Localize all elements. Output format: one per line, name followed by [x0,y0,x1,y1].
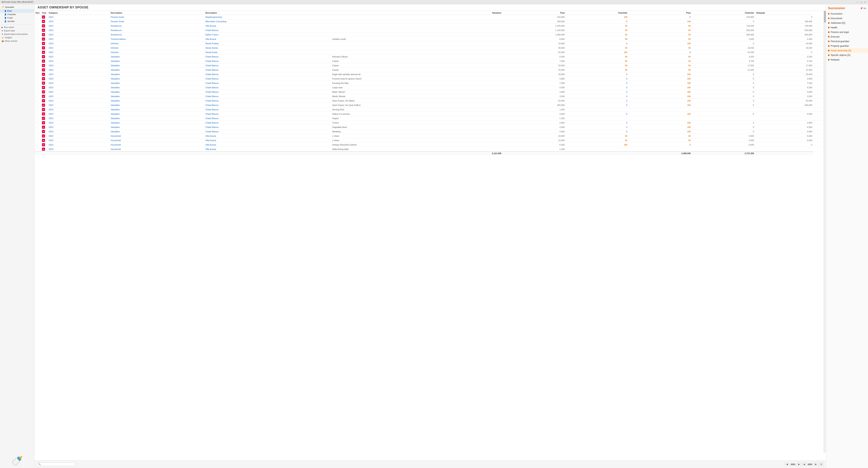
row-menu-dots[interactable]: ··· [36,86,38,89]
table-row[interactable]: ···W2023ValuablesChalet BiancaCarpet43,0… [34,68,826,72]
row-doc-icon[interactable]: W [41,103,48,107]
col-header-category[interactable]: Category [48,11,110,15]
row-actions[interactable]: ··· [34,85,41,90]
table-row[interactable]: ···W2023ValuablesChalet BiancaWedding3,9… [34,129,826,134]
col-header-paul-pct[interactable]: Paul [502,11,566,15]
row-actions[interactable]: ··· [34,81,41,85]
row-doc-icon[interactable]: W [41,33,48,37]
row-actions[interactable]: ··· [34,129,41,134]
row-menu-dots[interactable]: ··· [36,144,38,146]
row-menu-dots[interactable]: ··· [36,51,38,54]
row-menu-dots[interactable]: ··· [36,139,38,142]
row-actions[interactable]: ··· [34,116,41,121]
col-header-valuation[interactable]: Valuation [331,11,502,15]
right-nav-item-specific-objects--g-[interactable]: Specific objects [G] [826,53,868,57]
row-doc-icon[interactable]: W [41,72,48,76]
table-row[interactable]: ···W2023Pension fundsAlternative Counsel… [34,19,826,24]
office-icon[interactable]: W [42,51,45,54]
row-menu-dots[interactable]: ··· [36,117,38,120]
row-menu-dots[interactable]: ··· [36,148,38,151]
table-row[interactable]: ···W2023ValuablesChalet BiancaKnowing th… [34,81,826,85]
office-icon[interactable]: W [42,64,45,67]
row-doc-icon[interactable]: W [41,50,48,55]
row-actions[interactable]: ··· [34,33,41,37]
row-doc-icon[interactable]: W [41,15,48,19]
row-actions[interactable]: ··· [34,37,41,41]
table-row[interactable]: ···W2023HouseholdVilla AcaciaAttila Dini… [34,147,826,152]
table-row[interactable]: ···W2023ValuablesChalet BiancaMystic Woo… [34,94,826,99]
right-nav-item-finance-and-legal[interactable]: Finance and legal [826,30,868,34]
row-doc-icon[interactable]: W [41,63,48,68]
row-actions[interactable]: ··· [34,55,41,59]
row-doc-icon[interactable]: W [41,55,48,59]
row-menu-dots[interactable]: ··· [36,121,38,124]
sidebar-person-frank[interactable]: 👤 Frank [0,16,34,20]
office-icon[interactable]: W [42,126,45,129]
row-actions[interactable]: ··· [34,125,41,129]
export-data-docs-action[interactable]: ⬇ Export data & documents [0,32,34,36]
export-data-action[interactable]: ⬇ Export data [0,29,34,32]
row-actions[interactable]: ··· [34,24,41,28]
row-actions[interactable]: ··· [34,134,41,138]
row-actions[interactable]: ··· [34,121,41,125]
row-actions[interactable]: ··· [34,90,41,94]
family-node[interactable]: 📁 Gosselin [0,5,34,9]
row-doc-icon[interactable]: W [41,138,48,143]
pin-button[interactable]: 📌 [860,7,863,9]
row-doc-icon[interactable]: W [41,41,48,46]
row-actions[interactable]: ··· [34,147,41,152]
table-row[interactable]: ···W2023HouseholdVilla AcaciaAntique Ebo… [34,143,826,147]
minimize-button[interactable]: — [856,1,859,3]
col-header-year[interactable]: Year [41,11,48,15]
row-actions[interactable]: ··· [34,107,41,112]
row-menu-dots[interactable]: ··· [36,29,38,32]
row-doc-icon[interactable]: W [41,90,48,94]
prev-year-right-button[interactable]: ◀ [802,463,806,466]
right-nav-item-asset-ownership--g-[interactable]: Asset ownership [G] [826,48,868,53]
run-report-action[interactable]: ▶ Run report [0,26,34,29]
table-row[interactable]: ···W2023ValuablesChalet BiancaSaint-Trop… [34,103,826,107]
office-icon[interactable]: W [42,29,45,32]
sidebar-person-charlotte[interactable]: 👤 Charlotte [0,13,34,16]
table-row[interactable]: ···W2023Pension fundsRapidengineering218… [34,15,826,19]
row-menu-dots[interactable]: ··· [36,130,38,133]
row-menu-dots[interactable]: ··· [36,77,38,80]
row-actions[interactable]: ··· [34,59,41,63]
right-nav-item-executor[interactable]: Executor [826,34,868,39]
next-year-left-button[interactable]: ▶ [797,463,801,466]
office-icon[interactable]: W [42,33,45,36]
office-icon[interactable]: W [42,108,45,111]
right-nav-item-documents[interactable]: Documents [826,16,868,21]
row-actions[interactable]: ··· [34,46,41,50]
table-row[interactable]: ···W2023ValuablesChalet BiancaEagle with… [34,72,826,76]
col-header-charlotte-pct[interactable]: Charlotte [566,11,628,15]
office-icon[interactable]: W [42,121,45,124]
maximize-button[interactable]: ◻ [860,1,863,3]
sidebar-person-jennifer[interactable]: 👤 Jennifer [0,20,34,23]
row-actions[interactable]: ··· [34,94,41,99]
row-menu-dots[interactable]: ··· [36,95,38,98]
table-row[interactable]: ···W2023ResidencesEdifice Futura1,900,00… [34,33,826,37]
office-icon[interactable]: W [42,68,45,71]
row-doc-icon[interactable]: W [41,112,48,116]
table-row[interactable]: ···W2023ValuablesChalet BiancaFuneral so… [34,76,826,81]
table-row[interactable]: ···W2023VehiclesSkoda Kodiaq24,000010002… [34,41,826,46]
office-icon[interactable]: W [42,117,45,120]
office-icon[interactable]: W [42,103,45,107]
row-doc-icon[interactable]: W [41,99,48,103]
row-doc-icon[interactable]: W [41,125,48,129]
row-doc-icon[interactable]: W [41,147,48,152]
office-icon[interactable]: W [42,143,45,146]
row-menu-dots[interactable]: ··· [36,104,38,106]
scrollbar-track[interactable] [824,11,826,453]
table-scroll[interactable]: Doc Year Category Description Descriptio… [34,11,826,453]
right-nav-item-addresses--g-[interactable]: Addresses [G] [826,21,868,25]
row-menu-dots[interactable]: ··· [36,91,38,93]
col-header-paul-val[interactable]: Paul [628,11,692,15]
row-menu-dots[interactable]: ··· [36,64,38,67]
office-icon[interactable]: W [42,95,45,98]
close-button[interactable]: ✕ [864,1,866,3]
office-icon[interactable]: W [42,86,45,89]
row-menu-dots[interactable]: ··· [36,113,38,115]
office-icon[interactable]: W [42,134,45,137]
